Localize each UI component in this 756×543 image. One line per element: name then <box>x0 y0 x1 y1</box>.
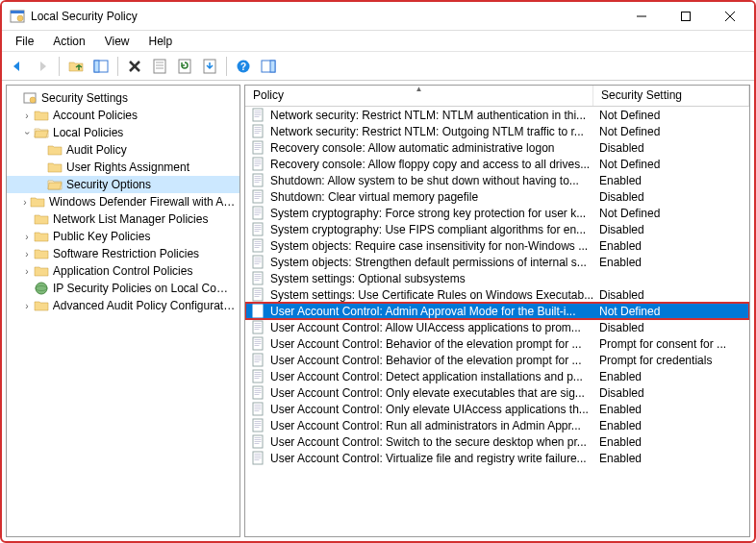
policy-name: User Account Control: Switch to the secu… <box>270 435 587 449</box>
svg-rect-34 <box>255 133 260 134</box>
policy-row[interactable]: Recovery console: Allow floppy copy and … <box>245 156 749 172</box>
policy-row[interactable]: System cryptography: Use FIPS compliant … <box>245 221 749 237</box>
tree-item-advanced-audit[interactable]: › Advanced Audit Policy Configuration <box>7 297 239 314</box>
svg-point-23 <box>36 283 47 294</box>
svg-rect-82 <box>255 292 262 293</box>
svg-rect-52 <box>255 194 262 195</box>
tree-item-windows-defender-firewall[interactable]: › Windows Defender Firewall with Advance… <box>7 193 239 210</box>
chevron-right-icon[interactable]: › <box>20 197 30 208</box>
content-area: Security Settings › Account Policies › L… <box>2 81 754 541</box>
menu-view[interactable]: View <box>97 33 138 50</box>
chevron-right-icon[interactable]: › <box>20 266 34 277</box>
policy-name-cell: Shutdown: Allow system to be shut down w… <box>245 173 593 188</box>
svg-rect-67 <box>255 243 262 244</box>
policy-row[interactable]: Network security: Restrict NTLM: Outgoin… <box>245 123 749 139</box>
policy-row[interactable]: System cryptography: Force strong key pr… <box>245 205 749 221</box>
policy-setting-cell: Disabled <box>593 190 749 204</box>
policy-row[interactable]: User Account Control: Switch to the secu… <box>245 433 749 450</box>
folder-icon <box>34 298 49 313</box>
tree-item-account-policies[interactable]: › Account Policies <box>7 107 239 124</box>
tree-item-application-control[interactable]: › Application Control Policies <box>7 262 239 280</box>
policy-icon <box>251 255 266 270</box>
tree-item-public-key-policies[interactable]: › Public Key Policies <box>7 228 239 245</box>
up-button[interactable] <box>64 55 88 78</box>
policy-row[interactable]: User Account Control: Allow UIAccess app… <box>245 319 749 335</box>
menu-action[interactable]: Action <box>45 33 92 50</box>
export-list-button[interactable] <box>198 55 221 78</box>
tree-pane[interactable]: Security Settings › Account Policies › L… <box>6 85 240 537</box>
svg-rect-62 <box>255 227 262 228</box>
svg-rect-46 <box>255 176 262 177</box>
policy-name: User Account Control: Allow UIAccess app… <box>270 321 581 334</box>
policy-row[interactable]: Shutdown: Clear virtual memory pagefileD… <box>245 188 749 205</box>
policy-row[interactable]: System objects: Require case insensitivi… <box>245 237 749 254</box>
policy-row[interactable]: User Account Control: Admin Approval Mod… <box>245 303 749 319</box>
svg-rect-99 <box>255 345 260 346</box>
policy-row[interactable]: User Account Control: Run all administra… <box>245 417 749 433</box>
tree-root-security-settings[interactable]: Security Settings <box>7 89 239 107</box>
policy-icon <box>251 402 266 417</box>
column-header-policy[interactable]: Policy ▲ <box>245 86 593 106</box>
policy-name: Shutdown: Allow system to be shut down w… <box>270 174 579 187</box>
chevron-right-icon[interactable]: › <box>20 249 34 259</box>
tree-item-audit-policy[interactable]: Audit Policy <box>7 141 239 159</box>
policy-row[interactable]: User Account Control: Only elevate execu… <box>245 384 749 401</box>
policy-row[interactable]: Network security: Restrict NTLM: NTLM au… <box>245 107 749 123</box>
maximize-button[interactable] <box>664 2 708 30</box>
tree-item-network-list-manager[interactable]: Network List Manager Policies <box>7 210 239 228</box>
policy-row[interactable]: System objects: Strengthen default permi… <box>245 254 749 270</box>
toolbar: ? <box>2 52 754 81</box>
delete-button[interactable] <box>123 55 146 78</box>
policy-row[interactable]: User Account Control: Behavior of the el… <box>245 335 749 352</box>
window-title: Local Security Policy <box>31 10 619 23</box>
policy-icon <box>251 222 266 237</box>
chevron-right-icon[interactable]: › <box>20 232 34 242</box>
policy-row[interactable]: Shutdown: Allow system to be shut down w… <box>245 172 749 188</box>
folder-icon <box>34 229 49 244</box>
policy-icon <box>251 108 266 123</box>
nav-tree: Security Settings › Account Policies › L… <box>7 86 239 318</box>
tree-item-local-policies[interactable]: › Local Policies <box>7 124 239 141</box>
policy-name-cell: User Account Control: Behavior of the el… <box>245 353 593 368</box>
policy-row[interactable]: Recovery console: Allow automatic admini… <box>245 139 749 156</box>
tree-item-software-restriction[interactable]: › Software Restriction Policies <box>7 245 239 262</box>
policy-row[interactable]: System settings: Optional subsystems <box>245 270 749 286</box>
menu-help[interactable]: Help <box>141 33 181 50</box>
chevron-right-icon[interactable]: › <box>20 111 34 121</box>
policy-row[interactable]: User Account Control: Detect application… <box>245 368 749 384</box>
policy-list[interactable]: Network security: Restrict NTLM: NTLM au… <box>245 107 749 536</box>
properties-button[interactable] <box>148 55 171 78</box>
policy-icon <box>251 140 266 156</box>
svg-rect-87 <box>255 309 262 309</box>
policy-icon <box>251 271 266 286</box>
tree-item-user-rights[interactable]: User Rights Assignment <box>7 159 239 176</box>
app-icon <box>10 9 25 24</box>
svg-rect-113 <box>255 392 262 393</box>
column-header-setting[interactable]: Security Setting <box>593 86 749 106</box>
policy-row[interactable]: User Account Control: Behavior of the el… <box>245 352 749 368</box>
close-button[interactable] <box>708 2 752 30</box>
tree-item-ip-security[interactable]: IP Security Policies on Local Computer <box>7 280 239 297</box>
chevron-right-icon[interactable]: › <box>20 301 34 311</box>
show-hide-tree-button[interactable] <box>89 55 113 78</box>
policy-row[interactable]: System settings: Use Certificate Rules o… <box>245 286 749 303</box>
menu-file[interactable]: File <box>8 33 41 50</box>
chevron-down-icon[interactable]: › <box>22 126 33 139</box>
svg-rect-33 <box>255 131 262 132</box>
tree-item-security-options[interactable]: Security Options <box>7 176 239 193</box>
policy-row[interactable]: User Account Control: Only elevate UIAcc… <box>245 401 749 417</box>
action-pane-button[interactable] <box>257 55 280 78</box>
policy-row[interactable]: User Account Control: Virtualize file an… <box>245 450 749 466</box>
forward-button[interactable] <box>31 55 54 78</box>
policy-name: System cryptography: Use FIPS compliant … <box>270 223 586 236</box>
policy-setting-cell: Disabled <box>593 386 749 400</box>
svg-rect-132 <box>255 456 262 457</box>
svg-rect-54 <box>255 198 260 199</box>
policy-name: Network security: Restrict NTLM: Outgoin… <box>270 125 584 138</box>
toolbar-separator <box>59 57 60 76</box>
refresh-button[interactable] <box>173 55 196 78</box>
help-button[interactable]: ? <box>232 55 255 78</box>
minimize-button[interactable] <box>619 2 664 30</box>
back-button[interactable] <box>6 55 29 78</box>
folder-open-icon <box>47 177 63 192</box>
